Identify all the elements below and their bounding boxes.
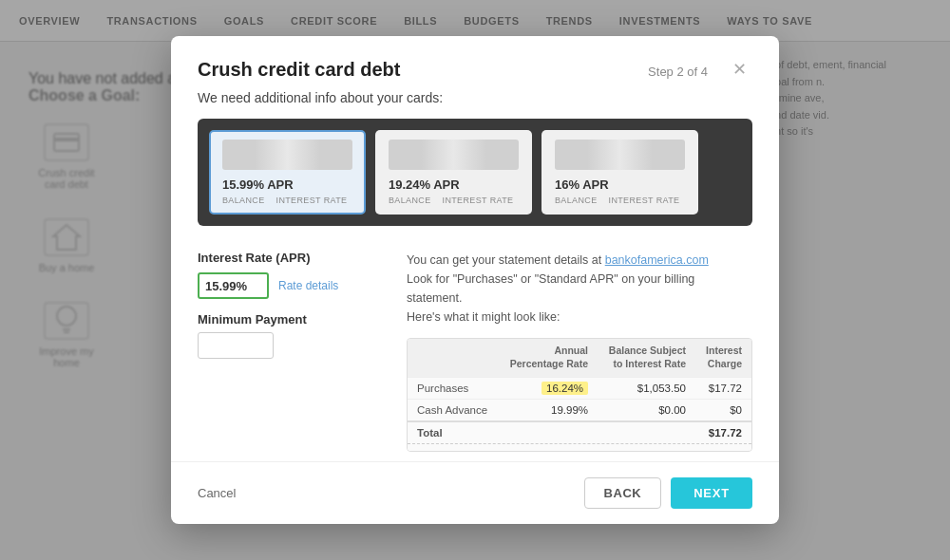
row-cash-apr: 19.99%: [499, 399, 598, 421]
card-item-2[interactable]: 16% APR BALANCE INTEREST RATE: [542, 130, 698, 215]
caret-container: [171, 239, 779, 251]
statement-table-wrapper: AnnualPercentage Rate Balance Subjectto …: [407, 338, 752, 451]
table-row-purchases: Purchases 16.24% $1,053.50 $17.72: [408, 377, 751, 399]
card-apr-2: 16% APR: [555, 177, 685, 192]
apr-input[interactable]: [198, 272, 269, 299]
row-total-balance: [598, 421, 695, 443]
modal-subtitle: We need additional info about your cards…: [171, 81, 779, 105]
modal-title: Crush credit card debt: [198, 59, 400, 81]
card-balance-label-0: BALANCE: [222, 196, 265, 205]
card-apr-0: 15.99% APR: [222, 177, 352, 192]
card-rate-label-0: INTEREST RATE: [276, 196, 348, 205]
modal-header: Crush credit card debt Step 2 of 4 ✕: [171, 36, 779, 81]
card-image-1: [389, 140, 519, 170]
card-item-1[interactable]: 19.24% APR BALANCE INTEREST RATE: [375, 130, 532, 215]
col-header-interest: InterestCharge: [695, 339, 751, 377]
card-image-2: [555, 140, 685, 170]
col-header-label: [408, 339, 499, 377]
modal: Crush credit card debt Step 2 of 4 ✕ We …: [171, 36, 779, 523]
row-total-label: Total: [408, 421, 499, 443]
modal-body: Interest Rate (APR) Rate details Minimum…: [171, 251, 779, 460]
card-rate-label-1: INTEREST RATE: [443, 196, 514, 205]
row-total-apr: [499, 421, 598, 443]
card-item-0[interactable]: 15.99% APR BALANCE INTEREST RATE: [209, 130, 366, 215]
card-carousel: 15.99% APR BALANCE INTEREST RATE 19.24% …: [198, 119, 752, 226]
cancel-button[interactable]: Cancel: [198, 486, 236, 500]
next-button[interactable]: NEXT: [671, 477, 752, 509]
highlight-apr: 16.24%: [542, 382, 588, 395]
col-header-apr: AnnualPercentage Rate: [499, 339, 598, 377]
modal-header-left: Crush credit card debt: [198, 59, 400, 81]
card-apr-1: 19.24% APR: [389, 177, 519, 192]
table-row-cash-advance: Cash Advance 19.99% $0.00 $0: [408, 399, 751, 421]
modal-overlay: Crush credit card debt Step 2 of 4 ✕ We …: [0, 0, 950, 560]
row-purchases-label: Purchases: [408, 377, 499, 399]
interest-rate-title: Interest Rate (APR): [198, 251, 388, 265]
torn-edge: [408, 443, 751, 451]
back-button[interactable]: BACK: [584, 477, 662, 509]
table-row-total: Total $17.72: [408, 421, 751, 443]
footer-right: BACK NEXT: [584, 477, 752, 509]
min-payment-input[interactable]: [198, 332, 274, 359]
apr-input-row: Rate details: [198, 272, 388, 299]
left-panel: Interest Rate (APR) Rate details Minimum…: [198, 251, 388, 451]
card-balance-label-1: BALANCE: [389, 196, 431, 205]
row-purchases-balance: $1,053.50: [598, 377, 695, 399]
row-purchases-interest: $17.72: [695, 377, 751, 399]
card-rate-label-2: INTEREST RATE: [609, 196, 680, 205]
row-purchases-apr: 16.24%: [499, 377, 598, 399]
row-cash-interest: $0: [695, 399, 751, 421]
statement-text: You can get your statement details at ba…: [407, 251, 752, 327]
min-payment-title: Minimum Payment: [198, 312, 388, 327]
modal-step: Step 2 of 4: [648, 65, 708, 79]
card-balance-label-2: BALANCE: [555, 196, 598, 205]
statement-table: AnnualPercentage Rate Balance Subjectto …: [408, 339, 751, 442]
card-labels-2: BALANCE INTEREST RATE: [555, 196, 685, 205]
card-image-0: [222, 140, 352, 170]
card-labels-0: BALANCE INTEREST RATE: [222, 196, 352, 205]
caret-up-icon: [255, 241, 270, 251]
card-labels-1: BALANCE INTEREST RATE: [389, 196, 519, 205]
row-cash-label: Cash Advance: [408, 399, 499, 421]
modal-footer: Cancel BACK NEXT: [171, 461, 779, 524]
right-panel: You can get your statement details at ba…: [407, 251, 752, 451]
col-header-balance: Balance Subjectto Interest Rate: [598, 339, 695, 377]
row-total-interest: $17.72: [695, 421, 751, 443]
rate-details-link[interactable]: Rate details: [278, 279, 338, 292]
close-button[interactable]: ✕: [727, 59, 752, 80]
row-cash-balance: $0.00: [598, 399, 695, 421]
statement-link[interactable]: bankofamerica.com: [605, 253, 709, 267]
